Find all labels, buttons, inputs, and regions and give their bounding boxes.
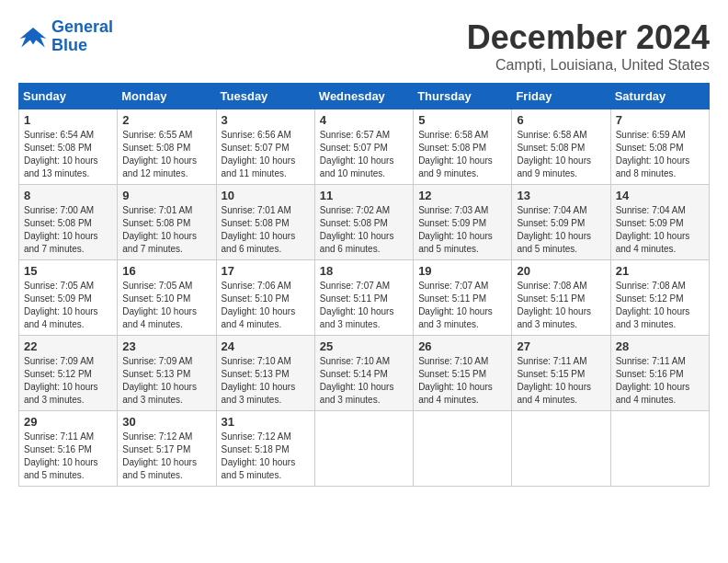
day-info: Sunrise: 7:01 AMSunset: 5:08 PMDaylight:… (122, 204, 210, 256)
day-info: Sunrise: 7:11 AMSunset: 5:15 PMDaylight:… (517, 355, 605, 407)
day-number: 23 (122, 339, 210, 353)
calendar-cell: 11Sunrise: 7:02 AMSunset: 5:08 PMDayligh… (314, 185, 413, 260)
month-title: December 2024 (467, 18, 710, 57)
logo: General Blue (18, 18, 113, 55)
day-header-wednesday: Wednesday (314, 84, 413, 109)
calendar-cell: 7Sunrise: 6:59 AMSunset: 5:08 PMDaylight… (610, 109, 709, 185)
calendar-cell: 2Sunrise: 6:55 AMSunset: 5:08 PMDaylight… (118, 109, 216, 185)
logo-line2: Blue (51, 36, 87, 54)
day-info: Sunrise: 7:11 AMSunset: 5:16 PMDaylight:… (24, 431, 112, 482)
location-title: Campti, Louisiana, United States (467, 57, 710, 74)
day-info: Sunrise: 7:12 AMSunset: 5:17 PMDaylight:… (122, 431, 210, 482)
day-info: Sunrise: 7:08 AMSunset: 5:12 PMDaylight:… (616, 280, 704, 331)
day-header-saturday: Saturday (610, 84, 709, 109)
day-number: 8 (24, 189, 112, 202)
day-number: 17 (222, 264, 310, 278)
day-info: Sunrise: 7:10 AMSunset: 5:13 PMDaylight:… (222, 355, 310, 407)
day-info: Sunrise: 6:55 AMSunset: 5:08 PMDaylight:… (122, 129, 210, 180)
day-number: 27 (517, 339, 605, 353)
calendar-table: SundayMondayTuesdayWednesdayThursdayFrid… (18, 83, 710, 487)
svg-marker-0 (20, 28, 47, 48)
day-number: 5 (418, 113, 506, 127)
day-info: Sunrise: 6:56 AMSunset: 5:07 PMDaylight:… (222, 129, 310, 180)
day-info: Sunrise: 7:12 AMSunset: 5:18 PMDaylight:… (222, 431, 310, 482)
calendar-cell: 24Sunrise: 7:10 AMSunset: 5:13 PMDayligh… (216, 336, 314, 411)
day-number: 29 (24, 415, 112, 429)
day-number: 2 (122, 113, 210, 127)
day-number: 31 (222, 415, 310, 429)
logo-text: General Blue (51, 18, 113, 55)
day-number: 1 (24, 113, 112, 127)
calendar-cell (314, 411, 413, 487)
day-info: Sunrise: 7:04 AMSunset: 5:09 PMDaylight:… (517, 204, 605, 256)
calendar-cell: 10Sunrise: 7:01 AMSunset: 5:08 PMDayligh… (216, 185, 314, 260)
calendar-cell: 31Sunrise: 7:12 AMSunset: 5:18 PMDayligh… (216, 411, 314, 487)
calendar-cell: 16Sunrise: 7:05 AMSunset: 5:10 PMDayligh… (118, 260, 216, 336)
day-number: 20 (517, 264, 605, 278)
title-section: December 2024 Campti, Louisiana, United … (467, 18, 710, 74)
day-info: Sunrise: 7:04 AMSunset: 5:09 PMDaylight:… (616, 204, 704, 256)
calendar-week-row: 1Sunrise: 6:54 AMSunset: 5:08 PMDaylight… (19, 109, 710, 185)
day-number: 6 (517, 113, 605, 127)
day-info: Sunrise: 7:06 AMSunset: 5:10 PMDaylight:… (222, 280, 310, 331)
day-number: 16 (122, 264, 210, 278)
day-number: 30 (122, 415, 210, 429)
day-header-thursday: Thursday (414, 84, 512, 109)
calendar-cell (414, 411, 512, 487)
calendar-cell: 13Sunrise: 7:04 AMSunset: 5:09 PMDayligh… (512, 185, 610, 260)
calendar-cell: 6Sunrise: 6:58 AMSunset: 5:08 PMDaylight… (512, 109, 610, 185)
day-number: 9 (122, 189, 210, 202)
day-info: Sunrise: 7:09 AMSunset: 5:13 PMDaylight:… (122, 355, 210, 407)
calendar-cell: 14Sunrise: 7:04 AMSunset: 5:09 PMDayligh… (610, 185, 709, 260)
calendar-cell: 28Sunrise: 7:11 AMSunset: 5:16 PMDayligh… (610, 336, 709, 411)
calendar-cell (610, 411, 709, 487)
day-header-friday: Friday (512, 84, 610, 109)
day-number: 22 (24, 339, 112, 353)
day-number: 19 (418, 264, 506, 278)
day-number: 7 (616, 113, 704, 127)
day-header-monday: Monday (118, 84, 216, 109)
day-info: Sunrise: 7:10 AMSunset: 5:15 PMDaylight:… (418, 355, 506, 407)
calendar-cell: 21Sunrise: 7:08 AMSunset: 5:12 PMDayligh… (610, 260, 709, 336)
day-number: 26 (418, 339, 506, 353)
day-number: 4 (320, 113, 408, 127)
day-info: Sunrise: 6:57 AMSunset: 5:07 PMDaylight:… (320, 129, 408, 180)
page-header: General Blue December 2024 Campti, Louis… (18, 18, 710, 74)
day-number: 25 (320, 339, 408, 353)
day-info: Sunrise: 7:02 AMSunset: 5:08 PMDaylight:… (320, 204, 408, 256)
day-number: 15 (24, 264, 112, 278)
calendar-cell: 12Sunrise: 7:03 AMSunset: 5:09 PMDayligh… (414, 185, 512, 260)
day-number: 13 (517, 189, 605, 202)
calendar-cell: 3Sunrise: 6:56 AMSunset: 5:07 PMDaylight… (216, 109, 314, 185)
calendar-cell (512, 411, 610, 487)
calendar-cell: 15Sunrise: 7:05 AMSunset: 5:09 PMDayligh… (19, 260, 118, 336)
day-number: 28 (616, 339, 704, 353)
logo-bird-icon (18, 24, 48, 50)
day-number: 3 (222, 113, 310, 127)
calendar-cell: 27Sunrise: 7:11 AMSunset: 5:15 PMDayligh… (512, 336, 610, 411)
calendar-cell: 22Sunrise: 7:09 AMSunset: 5:12 PMDayligh… (19, 336, 118, 411)
day-number: 14 (616, 189, 704, 202)
calendar-cell: 17Sunrise: 7:06 AMSunset: 5:10 PMDayligh… (216, 260, 314, 336)
day-number: 10 (222, 189, 310, 202)
calendar-cell: 9Sunrise: 7:01 AMSunset: 5:08 PMDaylight… (118, 185, 216, 260)
logo-line1: General (51, 17, 113, 36)
calendar-cell: 8Sunrise: 7:00 AMSunset: 5:08 PMDaylight… (19, 185, 118, 260)
calendar-cell: 18Sunrise: 7:07 AMSunset: 5:11 PMDayligh… (314, 260, 413, 336)
calendar-week-row: 29Sunrise: 7:11 AMSunset: 5:16 PMDayligh… (19, 411, 710, 487)
calendar-week-row: 22Sunrise: 7:09 AMSunset: 5:12 PMDayligh… (19, 336, 710, 411)
day-info: Sunrise: 7:10 AMSunset: 5:14 PMDaylight:… (320, 355, 408, 407)
day-info: Sunrise: 6:58 AMSunset: 5:08 PMDaylight:… (418, 129, 506, 180)
calendar-header-row: SundayMondayTuesdayWednesdayThursdayFrid… (19, 84, 710, 109)
calendar-cell: 5Sunrise: 6:58 AMSunset: 5:08 PMDaylight… (414, 109, 512, 185)
day-number: 21 (616, 264, 704, 278)
day-info: Sunrise: 6:59 AMSunset: 5:08 PMDaylight:… (616, 129, 704, 180)
day-info: Sunrise: 7:08 AMSunset: 5:11 PMDaylight:… (517, 280, 605, 331)
day-header-sunday: Sunday (19, 84, 118, 109)
calendar-cell: 20Sunrise: 7:08 AMSunset: 5:11 PMDayligh… (512, 260, 610, 336)
day-number: 24 (222, 339, 310, 353)
day-number: 18 (320, 264, 408, 278)
day-header-tuesday: Tuesday (216, 84, 314, 109)
calendar-cell: 26Sunrise: 7:10 AMSunset: 5:15 PMDayligh… (414, 336, 512, 411)
day-info: Sunrise: 7:01 AMSunset: 5:08 PMDaylight:… (222, 204, 310, 256)
